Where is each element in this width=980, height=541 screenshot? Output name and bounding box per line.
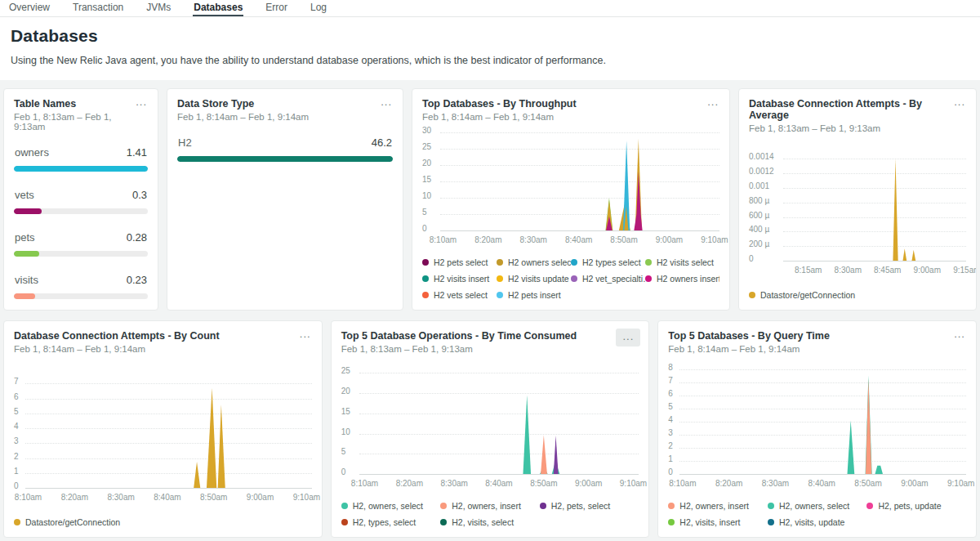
y-tick-label: 4 — [668, 415, 673, 424]
legend-item[interactable]: H2, pets, select — [540, 501, 639, 511]
plot — [440, 127, 719, 230]
bar-track — [14, 166, 148, 172]
legend-item[interactable]: H2, owners, insert — [668, 501, 768, 511]
y-tick-label: 5 — [341, 447, 346, 456]
nav-tab-overview[interactable]: Overview — [8, 0, 51, 16]
plot — [25, 378, 312, 488]
bar-fill — [177, 156, 393, 162]
x-tick-label: 8:50am — [854, 479, 881, 488]
bar-fill — [14, 293, 35, 299]
legend-item[interactable]: H2 visits update — [497, 274, 571, 284]
panel-time-range: Feb 1, 8:14am – Feb 1, 9:14am — [668, 344, 830, 354]
legend-item[interactable]: H2, types, select — [341, 517, 441, 527]
panel-header: Top Databases - By Throughput Feb 1, 8:1… — [422, 98, 719, 122]
legend-item[interactable]: H2 owners insert — [645, 274, 719, 284]
plot — [783, 154, 966, 261]
area-series — [866, 379, 871, 474]
panel-time-range: Feb 1, 8:14am – Feb 1, 9:14am — [177, 112, 309, 122]
gridline — [359, 474, 639, 475]
y-tick-label: 200 µ — [749, 239, 769, 248]
panel-top-databases-throughput: Top Databases - By Throughput Feb 1, 8:1… — [412, 88, 730, 311]
chart-legend: H2, owners, insertH2, owners, selectH2, … — [668, 501, 966, 527]
x-tick-label: 8:30am — [835, 266, 862, 275]
x-tick-label: 9:00am — [247, 493, 274, 502]
x-axis: 8:10am8:20am8:30am8:40am8:50am9:00am9:10… — [440, 235, 719, 247]
nav-tab-error[interactable]: Error — [265, 0, 288, 16]
legend-item[interactable]: H2, owners, select — [341, 501, 441, 511]
bar-row-header: visits0.23 — [15, 274, 147, 286]
bar-value: 1.41 — [127, 146, 147, 159]
legend-item[interactable]: H2, owners, select — [768, 501, 867, 511]
dashboard-row-1: Table Names Feb 1, 8:13am – Feb 1, 9:13a… — [3, 88, 977, 311]
legend-label: H2, pets, update — [878, 501, 941, 511]
x-tick-label: 8:10am — [430, 235, 457, 244]
chart-plot-area: 0510152025 — [341, 368, 639, 474]
gridline — [783, 261, 966, 262]
bar-value: 0.23 — [127, 274, 147, 286]
panel-time-range: Feb 1, 8:13am – Feb 1, 9:13am — [14, 112, 133, 132]
legend-item[interactable]: Datastore/getConnection — [749, 290, 966, 300]
legend-item[interactable]: H2 pets select — [422, 257, 497, 267]
legend-item[interactable]: H2, visits, insert — [668, 517, 768, 527]
panel-header: Database Connection Attempts - By Count … — [14, 330, 312, 354]
chart-canvas — [359, 368, 639, 474]
gridline — [440, 230, 719, 231]
legend-item[interactable]: H2 types select — [571, 257, 645, 267]
area-series — [218, 405, 225, 488]
legend-item[interactable]: H2, pets, update — [866, 501, 966, 511]
legend-item[interactable]: H2, visits, select — [440, 517, 540, 527]
y-tick-label: 20 — [341, 387, 350, 396]
legend-color-dot — [668, 503, 675, 509]
nav-tab-log[interactable]: Log — [310, 0, 327, 16]
area-series — [848, 421, 855, 474]
legend-color-dot — [540, 503, 546, 509]
plot — [679, 364, 966, 474]
legend-item[interactable]: H2, owners, insert — [440, 501, 540, 511]
y-axis: 0510152025 — [341, 368, 359, 474]
y-tick-label: 3 — [14, 436, 19, 445]
y-tick-label: 0 — [668, 467, 673, 476]
panel-top-operations-time-consumed: Top 5 Database Operations - By Time Cons… — [331, 320, 650, 538]
nav-tab-jvms[interactable]: JVMs — [145, 0, 172, 16]
plot — [359, 368, 639, 474]
panel-menu-button[interactable]: ... — [378, 96, 394, 108]
x-tick-label: 9:10am — [293, 493, 320, 502]
chart-plot-area: 051015202530 — [422, 127, 719, 230]
nav-tab-databases[interactable]: Databases — [193, 0, 243, 16]
legend-item[interactable]: H2 visits select — [645, 257, 719, 267]
y-tick-label: 2 — [668, 441, 673, 450]
nav-tab-transaction[interactable]: Transaction — [72, 0, 124, 16]
panel-time-range: Feb 1, 8:14am – Feb 1, 9:14am — [422, 112, 577, 122]
panel-time-range: Feb 1, 8:14am – Feb 1, 9:14am — [14, 344, 220, 354]
y-tick-label: 5 — [668, 402, 673, 411]
x-tick-label: 8:40am — [565, 235, 592, 244]
legend-color-dot — [668, 519, 675, 525]
gridline — [25, 488, 312, 489]
legend-item[interactable]: H2 vets select — [422, 290, 497, 300]
chart-plot-area: 012345678 — [668, 364, 966, 474]
panel-menu-button[interactable]: ... — [297, 329, 314, 340]
panel-menu-button[interactable]: ... — [705, 96, 721, 108]
panel-menu-button[interactable]: ... — [951, 329, 968, 340]
legend-item[interactable]: H2 vet_specialti… — [571, 274, 645, 284]
legend-item[interactable]: Datastore/getConnection — [14, 517, 312, 527]
legend-item[interactable]: H2 visits insert — [422, 274, 497, 284]
legend-label: H2, types, select — [353, 517, 416, 527]
bar-label: owners — [15, 146, 49, 159]
x-tick-label: 8:20am — [396, 479, 423, 488]
y-tick-label: 20 — [422, 159, 431, 168]
bar-track — [177, 156, 393, 162]
x-tick-label: 8:50am — [530, 479, 557, 488]
panel-menu-button[interactable]: ... — [616, 329, 640, 347]
legend-item[interactable]: H2, visits, update — [768, 517, 867, 527]
legend-item[interactable]: H2 pets insert — [497, 290, 571, 300]
legend-label: H2 pets select — [434, 257, 488, 267]
legend-color-dot — [341, 519, 348, 525]
panel-menu-button[interactable]: ... — [133, 96, 149, 108]
legend-label: H2, visits, update — [779, 517, 845, 527]
panel-menu-button[interactable]: ... — [951, 96, 968, 108]
panel-connection-attempts-average: Database Connection Attempts - By Averag… — [738, 88, 977, 311]
legend-item[interactable]: H2 owners select — [497, 257, 571, 267]
panel-header: Top 5 Database Operations - By Time Cons… — [341, 330, 639, 354]
panel-header: Database Connection Attempts - By Averag… — [749, 98, 966, 133]
